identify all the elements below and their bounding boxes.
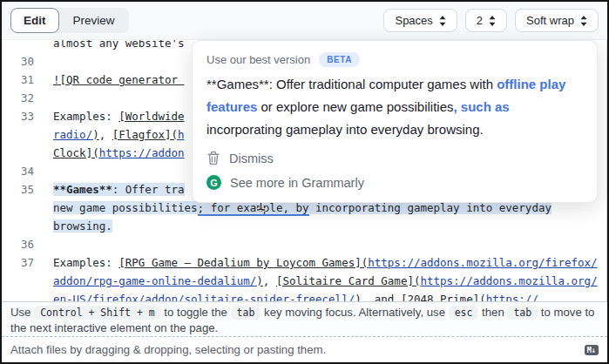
- sort-arrows-icon: [439, 16, 446, 26]
- line-number: 35: [2, 180, 40, 199]
- line-content: [40, 52, 53, 71]
- line-content: Clock](https://addon: [40, 144, 185, 162]
- tab-preview[interactable]: Preview: [59, 9, 129, 32]
- editor-toolbar: Edit Preview Spaces 2 Soft wrap: [2, 2, 607, 40]
- line-number: 34: [2, 162, 40, 180]
- popup-title: Use our best version: [206, 53, 310, 66]
- grammarly-icon: G: [206, 175, 221, 190]
- suggestion-text: **Games**: Offer traditional computer ga…: [206, 73, 583, 141]
- line-number: [2, 144, 40, 162]
- sort-arrows-icon: [580, 16, 587, 26]
- see-more-label: See more in Grammarly: [230, 176, 364, 190]
- line-number: 37: [2, 253, 40, 272]
- kbd-chip: esc: [449, 306, 479, 320]
- line-number: 36: [2, 235, 40, 253]
- wrap-mode-select[interactable]: Soft wrap: [515, 9, 599, 32]
- line-number: [2, 217, 40, 235]
- line-content: [40, 89, 53, 107]
- line-number: 32: [2, 89, 40, 107]
- line-number: [2, 290, 40, 301]
- grammarly-suggestion-popup: Use our best version BETA **Games**: Off…: [192, 40, 598, 203]
- dismiss-label: Dismiss: [229, 152, 274, 165]
- editor-line[interactable]: addon/rpg-game-online-dedalium/), [Solit…: [2, 272, 606, 290]
- kbd-chip: tab: [507, 306, 538, 320]
- line-number: 30: [2, 52, 40, 71]
- popup-header: Use our best version BETA: [206, 52, 583, 67]
- indent-mode-select[interactable]: Spaces: [383, 9, 457, 32]
- wrap-mode-value: Soft wrap: [526, 14, 574, 27]
- editor-line[interactable]: 36: [2, 235, 606, 253]
- line-number: [2, 199, 40, 217]
- accessibility-hint-bar: Use Control + Shift + m to toggle the ta…: [2, 301, 607, 336]
- indent-mode-value: Spaces: [395, 14, 432, 27]
- line-content: radio/), [Flagfox](h: [40, 125, 185, 144]
- markdown-editor-window: Edit Preview Spaces 2 Soft wrap almost a…: [0, 0, 609, 364]
- markdown-icon[interactable]: M↓: [585, 345, 599, 355]
- tab-edit[interactable]: Edit: [10, 8, 59, 33]
- line-content: **Games**: Offer tra: [40, 180, 185, 199]
- line-content: [40, 162, 53, 180]
- editor-line[interactable]: 37Examples: [RPG Game – Dedalium by Loyc…: [2, 253, 606, 272]
- line-content: addon/rpg-game-online-dedalium/), [Solit…: [40, 272, 598, 290]
- accessibility-hint-text: Use Control + Shift + m to toggle the ta…: [10, 305, 599, 336]
- line-number: [2, 125, 40, 144]
- editor-settings: Spaces 2 Soft wrap: [383, 9, 599, 32]
- trash-icon: [206, 151, 220, 165]
- kbd-chip: tab: [231, 306, 261, 320]
- sort-arrows-icon: [489, 16, 496, 26]
- see-more-link[interactable]: G See more in Grammarly: [206, 175, 583, 190]
- line-content: Examples: [Worldwide: [40, 107, 185, 125]
- line-number: 31: [2, 71, 40, 89]
- line-content: [40, 235, 53, 253]
- dismiss-button[interactable]: Dismiss: [206, 151, 583, 165]
- line-number: [2, 272, 40, 290]
- editor-line[interactable]: browsing.: [2, 217, 606, 235]
- line-number: [2, 40, 40, 52]
- edit-preview-tabs: Edit Preview: [10, 8, 129, 33]
- beta-badge: BETA: [319, 52, 360, 67]
- line-content: en-US/firefox/addon/solitaire-spider-fre…: [40, 290, 538, 301]
- line-content: Examples: [RPG Game – Dedalium by Loycom…: [40, 253, 598, 272]
- kbd-chip: Control + Shift + m: [34, 306, 161, 320]
- line-content: almost any website's: [40, 40, 185, 52]
- indent-size-value: 2: [477, 14, 483, 27]
- editor-line[interactable]: en-US/firefox/addon/solitaire-spider-fre…: [2, 290, 606, 301]
- attach-files-label[interactable]: Attach files by dragging & dropping, sel…: [10, 343, 326, 356]
- line-content: browsing.: [40, 217, 112, 235]
- indent-size-select[interactable]: 2: [465, 9, 507, 32]
- line-content: ![QR code generator: [40, 71, 185, 89]
- attach-files-bar: Attach files by dragging & dropping, sel…: [2, 336, 607, 362]
- line-number: 33: [2, 107, 40, 125]
